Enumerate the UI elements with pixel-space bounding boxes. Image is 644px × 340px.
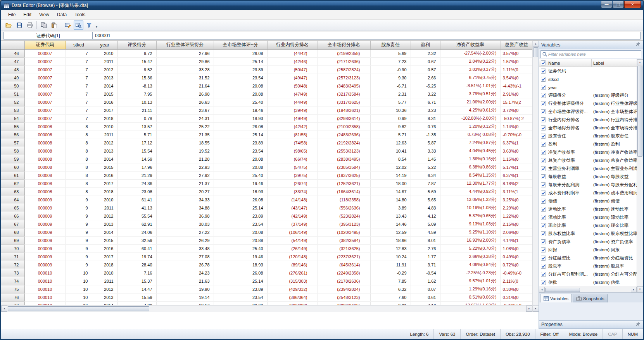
data-grid[interactable]: 证券代码stkcdyear评级得分行业整体评级得分全市场整体评~分行业内得分排名… <box>1 41 532 305</box>
maximize-button[interactable]: ▢ <box>613 1 624 8</box>
cell[interactable]: 10.41 <box>370 147 411 155</box>
cell[interactable]: 2012 <box>92 285 117 293</box>
cell[interactable]: 4.14%(1 <box>501 236 532 244</box>
cell[interactable]: 8.18%(2 <box>501 179 532 187</box>
variable-checkbox[interactable] <box>539 158 547 163</box>
cell[interactable]: (44/49) <box>267 98 318 106</box>
cell[interactable]: 27.96 <box>156 49 214 57</box>
cell[interactable]: 7.23 <box>370 57 411 65</box>
cell[interactable]: -0.49%(-0 <box>501 269 532 277</box>
cell[interactable]: 1.14%(0 <box>501 122 532 131</box>
cell[interactable]: 23.89 <box>214 212 267 220</box>
variable-row[interactable]: 净资产收益率(firstnm) 净资产收益率 <box>539 148 637 156</box>
cell[interactable]: 2.76 <box>411 244 440 252</box>
cell[interactable]: 12.30%(1.77分) <box>440 179 501 187</box>
cell[interactable]: (43/147) <box>267 204 318 212</box>
variable-checkbox[interactable] <box>539 239 547 244</box>
cell[interactable]: 20.88 <box>214 236 267 244</box>
row-number[interactable]: 48 <box>1 65 24 74</box>
cell-reference-box[interactable]: 证券代码[1] <box>3 32 93 39</box>
cell[interactable]: (39/49) <box>267 106 318 114</box>
cell[interactable]: 0.78 <box>117 114 156 122</box>
variable-checkbox[interactable] <box>539 142 547 147</box>
cell[interactable]: 2017 <box>92 252 117 261</box>
cell[interactable]: 17.96 <box>117 163 156 171</box>
cell[interactable]: 19.14 <box>156 293 214 301</box>
cell[interactable]: 000010 <box>24 285 66 293</box>
horizontal-scroll-thumb[interactable] <box>8 306 149 311</box>
cell[interactable]: -8.31 <box>411 114 440 122</box>
cell[interactable]: 000008 <box>24 155 66 163</box>
label-column-header[interactable]: Label <box>592 61 637 65</box>
cell[interactable]: 1.08%(0 <box>501 244 532 252</box>
cell[interactable]: 2015 <box>92 236 117 244</box>
cell[interactable]: 2.11%(0 <box>501 277 532 285</box>
variable-row[interactable]: 资产负债率(firstnm) 资产负债率 <box>539 238 637 246</box>
variables-horizontal-scrollbar[interactable]: ◄ ► <box>539 287 637 292</box>
cell[interactable]: 25.40 <box>214 98 267 106</box>
cell[interactable]: 000009 <box>24 261 66 269</box>
cell[interactable]: 23.67 <box>156 106 214 114</box>
cell[interactable]: 18.00 <box>370 179 411 187</box>
row-number[interactable]: 47 <box>1 57 24 65</box>
cell[interactable]: 0.49%(0 <box>501 252 532 261</box>
row-number[interactable]: 46 <box>1 49 24 57</box>
open-button[interactable] <box>4 21 14 30</box>
variable-row[interactable]: 行业内得分排名(firstnm) 行业内得分排名 <box>539 116 637 124</box>
cell[interactable]: 6.32 <box>370 285 411 293</box>
cell[interactable]: (429/332) <box>267 285 318 293</box>
cell[interactable]: (2385/3584) <box>318 163 370 171</box>
variable-checkbox[interactable] <box>539 117 547 122</box>
column-header[interactable]: 盈利 <box>411 41 440 49</box>
cell[interactable]: 20.08 <box>214 228 267 236</box>
row-number[interactable]: 68 <box>1 228 24 236</box>
cell[interactable]: 0.21 <box>370 301 411 305</box>
scroll-left-arrow-icon[interactable]: ◄ <box>1 306 7 312</box>
cell[interactable]: 6.71 <box>411 98 440 106</box>
cell[interactable]: 20.88 <box>214 90 267 98</box>
cell[interactable]: (50/48) <box>267 82 318 90</box>
cell[interactable]: 2011 <box>92 204 117 212</box>
cell[interactable]: -6.71 <box>370 82 411 90</box>
cell[interactable]: 19.46 <box>214 179 267 187</box>
cell[interactable]: 32.59 <box>117 236 156 244</box>
cell[interactable]: 1.11%(0 <box>501 65 532 74</box>
cell[interactable]: 2017 <box>92 106 117 114</box>
select-all-checkbox[interactable] <box>539 60 547 65</box>
cell[interactable]: 9 <box>66 228 92 236</box>
variable-checkbox[interactable] <box>539 77 547 82</box>
cell[interactable]: (49/49) <box>267 114 318 122</box>
cell[interactable]: 8 <box>66 147 92 155</box>
cell[interactable]: 5.69 <box>370 49 411 57</box>
cell[interactable]: 0.67 <box>411 57 440 65</box>
cell[interactable]: -0.29 <box>370 269 411 277</box>
cell[interactable]: (1948/3621) <box>318 106 370 114</box>
cell[interactable]: 3.25%(0 <box>501 196 532 204</box>
cell[interactable]: 19.90 <box>156 285 214 293</box>
cell[interactable]: 0.72%(0 <box>501 261 532 269</box>
variable-row[interactable]: 盈利(firstnm) 盈利 <box>539 140 637 148</box>
cell[interactable]: 25.14 <box>214 277 267 285</box>
cell[interactable]: 6.71%(0.75分) <box>440 74 501 82</box>
cell[interactable]: -8.13 <box>117 82 156 90</box>
cell[interactable]: (37/149) <box>267 220 318 228</box>
cell[interactable]: 5.77 <box>370 98 411 106</box>
column-header[interactable]: year <box>92 41 117 49</box>
cell[interactable]: -0.99 <box>370 114 411 122</box>
cell[interactable]: (1020/3495) <box>318 228 370 236</box>
cell[interactable]: 000008 <box>24 171 66 179</box>
cell[interactable]: 9.25%(1.10分) <box>440 228 501 236</box>
cell[interactable]: -5.25 <box>411 82 440 90</box>
cell[interactable]: 3.03%(0.37分) <box>440 65 501 74</box>
cell[interactable]: 21.63 <box>156 277 214 285</box>
cell[interactable]: 5.69 <box>411 187 440 196</box>
cell[interactable]: (42/149) <box>267 212 318 220</box>
cell[interactable]: (26/74) <box>267 179 318 187</box>
cell[interactable]: 10.24 <box>370 252 411 261</box>
cell[interactable]: 6.34 <box>411 171 440 179</box>
row-number[interactable]: 66 <box>1 212 24 220</box>
row-number[interactable]: 50 <box>1 82 24 90</box>
cell[interactable]: 27.22 <box>156 228 214 236</box>
row-number[interactable]: 52 <box>1 98 24 106</box>
cell[interactable]: (3483/3495) <box>318 82 370 90</box>
